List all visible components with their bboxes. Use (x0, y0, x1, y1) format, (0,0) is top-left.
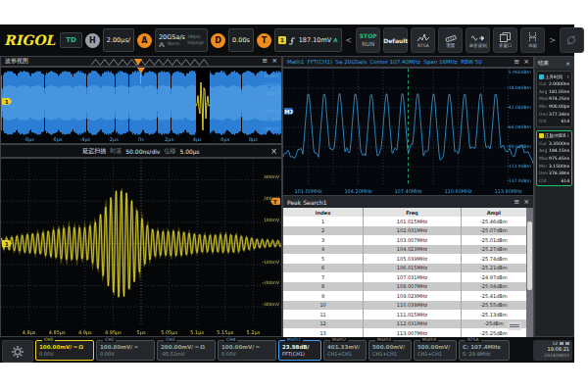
clock-box[interactable]: LV 19:08:21 2024/08/01 (533, 340, 572, 361)
net-icon (565, 342, 569, 345)
x-axis-label: 5.2μs (247, 329, 261, 335)
table-row[interactable]: 2102.031MHz-25.07dBm (283, 226, 527, 236)
expand-right-icon[interactable]: > (548, 36, 557, 45)
table-scrollbar[interactable] (526, 208, 533, 338)
channel-offset: -95.51mV (161, 351, 212, 358)
run-label: RUN (362, 41, 374, 48)
x-axis-label: -6μs (52, 136, 63, 142)
table-row[interactable]: 5105.039MHz-25.74dBm (283, 254, 527, 264)
channel-box-rtsa[interactable]: RTSAC: 107.4MHzS: 29.9MHz (459, 340, 510, 361)
y-axis-label: -300mV (262, 126, 279, 131)
menu-icon[interactable]: ≡ (514, 199, 519, 206)
table-cell: -25.41dBm (462, 291, 527, 301)
refresh-button[interactable] (560, 27, 584, 53)
table-row[interactable]: 8108.007MHz-25.04dBm (283, 282, 527, 292)
channel-box-ch4[interactable]: CH4100.00mV/ ═0.00V (218, 340, 276, 361)
table-row[interactable]: 4104.023MHz-25.27dBm (283, 245, 527, 255)
gear-icon (11, 345, 24, 359)
table-row[interactable]: 1101.015MHz-25.46dBm (283, 217, 527, 226)
measure-name: 正脉冲宽度 (545, 133, 565, 138)
channel-offset: 0.00V (100, 351, 151, 358)
timebase-label: 时基 (110, 147, 122, 156)
waveform-view-plot[interactable]: 300mV200mV100mV-100mV-200mV-300mV -8μs-6… (0, 67, 282, 144)
delay-box[interactable]: 0.00s (228, 28, 254, 52)
measure-stat-value: 900.00ps (549, 104, 569, 109)
table-row[interactable]: 9109.023MHz-25.41dBm (283, 291, 527, 301)
fft-plot[interactable]: 5.960dBm-18.04dBm-42.04dBm-66.04dBm-90.0… (282, 68, 534, 196)
table-cell: -25.55dBm (462, 301, 527, 311)
close-icon[interactable]: × (523, 199, 529, 206)
timebase-box[interactable]: 2.00μs/ (103, 28, 134, 52)
menu-icon[interactable]: ≡ (514, 59, 519, 66)
stop-run-button[interactable]: STOP RUN (356, 27, 380, 53)
trigger-knob[interactable]: T (257, 33, 271, 48)
default-button[interactable]: Default (383, 27, 408, 53)
rtsa-button[interactable]: RTSA (411, 27, 435, 53)
close-icon[interactable]: × (271, 58, 277, 65)
record-button[interactable]: 波形录制 (466, 27, 490, 53)
close-icon[interactable]: × (523, 59, 529, 66)
multiwindow-button[interactable]: 多窗口 (493, 27, 517, 53)
acquire-mode: Norm (168, 41, 179, 47)
channel-box-ch1[interactable]: CH1100.00mV/ ═ Ω0.00V (35, 340, 94, 361)
x-axis-label: 5μs (137, 329, 146, 335)
drag-handle-icon[interactable] (508, 321, 521, 330)
delayed-sweep-plot[interactable]: 300mV200mV100mV-100mV-200mV-300mV 4.8μs4… (0, 158, 282, 337)
table-row[interactable]: 10110.039MHz-25.55dBm (283, 301, 527, 311)
table-cell: 104.023MHz (364, 245, 462, 255)
channel-box-math3[interactable]: Math3500.00mV/CH1+CH1 (368, 340, 412, 361)
collapse-left-icon[interactable]: < (345, 36, 354, 45)
measure-row: Cnt614 (539, 118, 569, 125)
table-row[interactable]: 7107.031MHz-24.97dBm (283, 272, 527, 282)
acquire-box[interactable]: 20GSa/s Norm 1Mpts 50ps/pt (155, 28, 208, 52)
measure-stat-label: Min (539, 104, 547, 109)
zoom-offset-value: 5.00μs (179, 148, 199, 155)
menu-icon[interactable]: ≡ (262, 58, 268, 65)
table-row[interactable]: 12112.031MHz-25dBm (283, 319, 527, 329)
peak-table-body: 1101.015MHz-25.46dBm2102.031MHz-25.07dBm… (283, 217, 527, 338)
measure-stat-value: 614 (561, 178, 569, 183)
table-cell: 109.023MHz (364, 291, 462, 301)
measure-stat-label: Dev (539, 171, 548, 175)
table-cell: -24.97dBm (462, 272, 527, 282)
channel-offset: CH1+CH1 (372, 351, 408, 358)
measure-card[interactable]: 上升时间1Cur2.0000nsAvg181.05nsMax974.25nsMi… (536, 71, 572, 127)
close-icon[interactable]: × (565, 60, 573, 67)
measure-row: Cur3.3500ns (539, 140, 569, 148)
y-axis-label: -200mV (262, 118, 279, 122)
x-axis-label: -4μs (79, 136, 90, 142)
channel-scale: C: 107.4MHz (463, 343, 506, 351)
delay-knob[interactable]: D (211, 33, 225, 48)
channel-box-math2[interactable]: Math2401.33mV/CH1+CH1 (323, 340, 367, 361)
channel-box-math4[interactable]: Math4500.00mV/CH1+CH1 (414, 340, 457, 361)
channel-box-ch3[interactable]: CH3200.00mV/ ═ Ω-95.51mV (157, 340, 216, 361)
memory-navigation-bar[interactable] (91, 58, 209, 67)
trigger-box[interactable]: 1 187.10mV A (274, 28, 342, 52)
table-row[interactable]: 6106.015MHz-25.21dBm (283, 264, 527, 273)
measure-stat-label: Cnt (539, 178, 547, 183)
results-title: 结果 (535, 60, 549, 67)
measure-name: 上升时间 (545, 74, 563, 79)
measure-button[interactable]: 测量 (438, 27, 463, 53)
scrollbar-thumb[interactable] (527, 221, 532, 290)
main-area: 波形视图 ≡ × 300mV200mV100mV-100mV-200mV-300… (0, 56, 574, 337)
close-icon[interactable]: × (270, 147, 277, 156)
channel-box-math1[interactable]: Math123.98dB/FFT(CH1) (278, 340, 321, 361)
channel-box-ch2[interactable]: CH2100.00mV/ ═0.00V (96, 340, 155, 361)
acquire-knob[interactable]: A (137, 33, 152, 48)
settings-button[interactable] (2, 340, 33, 363)
y-axis-label: 300mV (264, 74, 279, 78)
channel-offset: FFT(CH1) (282, 351, 318, 358)
table-row[interactable]: 3103.007MHz-25.01dBm (283, 235, 527, 245)
table-row[interactable]: 11111.015MHz-25.13dBm (283, 310, 527, 319)
measure-card[interactable]: 正脉冲宽度1Cur3.3500nsAvg184.15nsMax975.45nsM… (536, 130, 572, 187)
trigger-position-marker[interactable] (137, 68, 145, 74)
table-cell: 2 (283, 226, 364, 236)
channel-scale: 500.00mV/ (417, 343, 453, 351)
rising-edge-icon (288, 36, 297, 45)
measure-stat-value: 614 (561, 119, 569, 123)
cursor-button[interactable]: 光标 (520, 27, 545, 53)
horizontal-knob[interactable]: H (85, 33, 100, 48)
results-sidebar: 结果 × 上升时间1Cur2.0000nsAvg181.05nsMax974.2… (534, 56, 574, 337)
measure-row: Cnt614 (539, 177, 569, 185)
